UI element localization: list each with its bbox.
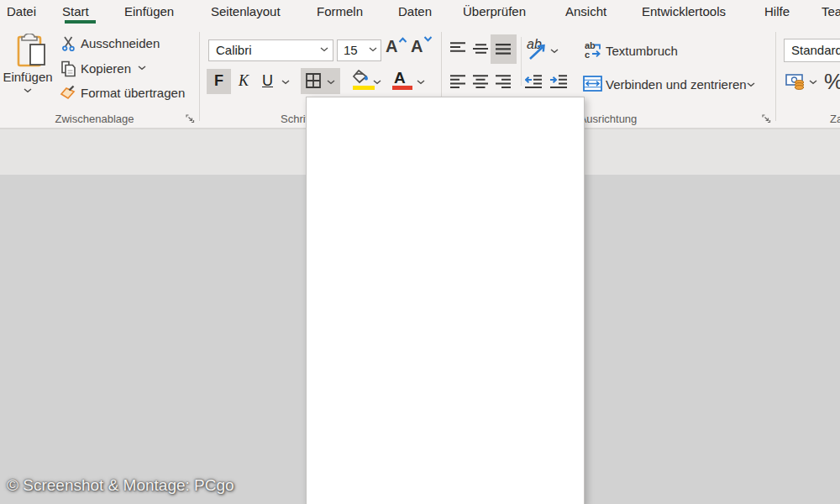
svg-text:c: c	[585, 50, 590, 60]
